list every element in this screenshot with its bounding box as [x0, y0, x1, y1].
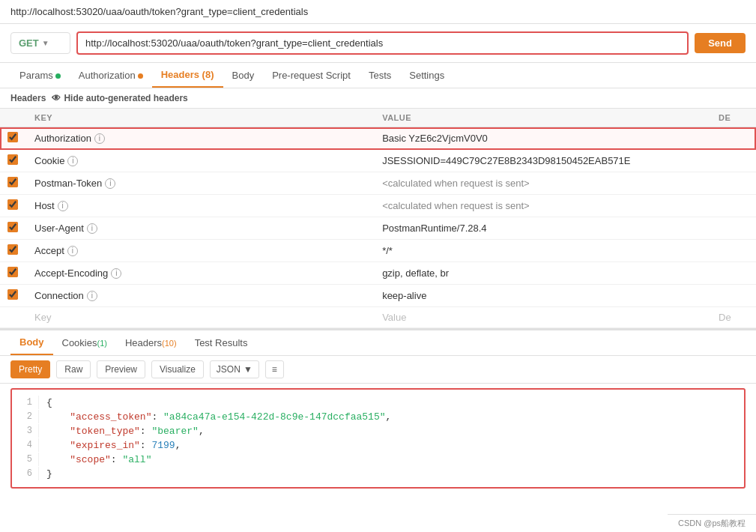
row-checkbox[interactable] [7, 289, 18, 300]
new-header-row: Key Value De [0, 307, 756, 328]
send-button[interactable]: Send [695, 33, 746, 53]
col-key-header: KEY [27, 109, 375, 127]
new-row-value[interactable]: Value [375, 307, 711, 328]
tab-settings[interactable]: Settings [400, 64, 453, 87]
chevron-down-icon: ▼ [244, 364, 252, 375]
checkbox-cell [0, 127, 27, 150]
code-line: 5 "scope": "all" [12, 453, 744, 467]
headers-table-wrapper: KEY VALUE DE AuthorizationiBasic YzE6c2V… [0, 109, 756, 328]
line-content: "expires_in": 7199, [39, 438, 188, 453]
headers-badge: (10) [162, 339, 177, 348]
top-url-bar: http://localhost:53020/uaa/oauth/token?g… [0, 0, 756, 24]
key-cell: Authorizationi [27, 127, 375, 150]
row-checkbox[interactable] [7, 222, 18, 232]
line-content: { [39, 396, 60, 410]
checkbox-cell [0, 195, 27, 217]
info-icon[interactable]: i [58, 201, 68, 211]
table-row: User-AgentiPostmanRuntime/7.28.4 [0, 217, 756, 240]
info-icon[interactable]: i [94, 133, 105, 144]
table-row: CookieiJSESSIONID=449C79C27E8B2343D98150… [0, 150, 756, 172]
headers-table: KEY VALUE DE AuthorizationiBasic YzE6c2V… [0, 109, 756, 328]
pretty-btn[interactable]: Pretty [10, 360, 50, 378]
key-text: Accept [34, 245, 64, 256]
line-content: "scope": "all" [39, 453, 159, 467]
checkbox-cell [0, 150, 27, 172]
eye-icon: 👁 [52, 93, 61, 103]
line-number: 3 [12, 424, 39, 438]
wrap-btn[interactable]: ≡ [265, 360, 284, 378]
request-tabs: Params Authorization Headers (8) Body Pr… [0, 63, 756, 88]
json-format-select[interactable]: JSON ▼ [210, 360, 259, 378]
key-text: Authorization [34, 133, 91, 144]
info-icon[interactable]: i [87, 223, 97, 234]
value-text: Basic YzE6c2VjcmV0V0 [382, 133, 488, 144]
info-icon[interactable]: i [67, 246, 78, 256]
info-icon[interactable]: i [111, 268, 121, 279]
resp-tab-cookies[interactable]: Cookies(1) [53, 331, 116, 354]
desc-cell [711, 172, 756, 195]
tab-authorization[interactable]: Authorization [70, 64, 152, 87]
desc-cell [711, 285, 756, 307]
key-cell: Postman-Tokeni [27, 172, 375, 195]
checkbox-cell [0, 217, 27, 240]
tab-tests[interactable]: Tests [360, 64, 400, 87]
raw-btn[interactable]: Raw [56, 360, 91, 378]
desc-cell [711, 262, 756, 285]
value-text: <calculated when request is sent> [382, 178, 530, 189]
col-value-header: VALUE [375, 109, 711, 127]
col-desc-header: DE [711, 109, 756, 127]
key-cell: Accepti [27, 240, 375, 262]
new-row-key[interactable]: Key [27, 307, 375, 328]
resp-tab-headers[interactable]: Headers(10) [116, 331, 186, 354]
tab-body[interactable]: Body [223, 64, 264, 87]
value-cell: keep-alive [375, 285, 711, 307]
new-row-desc[interactable]: De [711, 307, 756, 328]
info-icon[interactable]: i [105, 178, 115, 189]
key-cell: Hosti [27, 195, 375, 217]
table-row: Accept-Encodingigzip, deflate, br [0, 262, 756, 285]
value-cell: PostmanRuntime/7.28.4 [375, 217, 711, 240]
row-checkbox[interactable] [7, 177, 18, 187]
value-cell: <calculated when request is sent> [375, 195, 711, 217]
table-row: Postman-Tokeni<calculated when request i… [0, 172, 756, 195]
row-checkbox[interactable] [7, 199, 18, 210]
params-dot [55, 73, 61, 79]
value-text: keep-alive [382, 290, 426, 301]
key-text: User-Agent [34, 223, 84, 234]
table-row: Connectionikeep-alive [0, 285, 756, 307]
row-checkbox[interactable] [7, 132, 18, 142]
key-text: Cookie [34, 155, 64, 166]
url-input[interactable] [76, 31, 689, 55]
checkbox-cell [0, 240, 27, 262]
row-checkbox[interactable] [7, 267, 18, 277]
hide-autogenerated-btn[interactable]: 👁 Hide auto-generated headers [52, 93, 187, 103]
method-dropdown[interactable]: GET ▼ [10, 32, 70, 54]
auth-dot [138, 73, 143, 79]
row-checkbox[interactable] [7, 244, 18, 255]
response-tabs: Body Cookies(1) Headers(10) Test Results [0, 330, 756, 356]
line-number: 2 [12, 410, 39, 423]
value-cell: */* [375, 240, 711, 262]
new-row-check [0, 307, 27, 328]
info-icon[interactable]: i [67, 156, 78, 166]
table-header-row: KEY VALUE DE [0, 109, 756, 127]
row-checkbox[interactable] [7, 154, 18, 165]
tab-prerequest[interactable]: Pre-request Script [263, 64, 360, 87]
line-number: 5 [12, 453, 39, 466]
key-cell: Connectioni [27, 285, 375, 307]
desc-cell [711, 127, 756, 150]
checkbox-cell [0, 285, 27, 307]
desc-cell [711, 150, 756, 172]
visualize-btn[interactable]: Visualize [151, 360, 204, 378]
key-cell: User-Agenti [27, 217, 375, 240]
response-code-area: 1{2 "access_token": "a84ca47a-e154-422d-… [10, 388, 746, 489]
tab-params[interactable]: Params [10, 64, 70, 87]
resp-tab-body[interactable]: Body [10, 330, 53, 355]
tab-headers[interactable]: Headers (8) [152, 63, 223, 88]
preview-btn[interactable]: Preview [97, 360, 145, 378]
method-label: GET [19, 37, 39, 49]
format-bar: Pretty Raw Preview Visualize JSON ▼ ≡ [0, 356, 756, 384]
resp-tab-testresults[interactable]: Test Results [186, 331, 257, 354]
info-icon[interactable]: i [87, 291, 97, 301]
line-number: 1 [12, 396, 39, 409]
